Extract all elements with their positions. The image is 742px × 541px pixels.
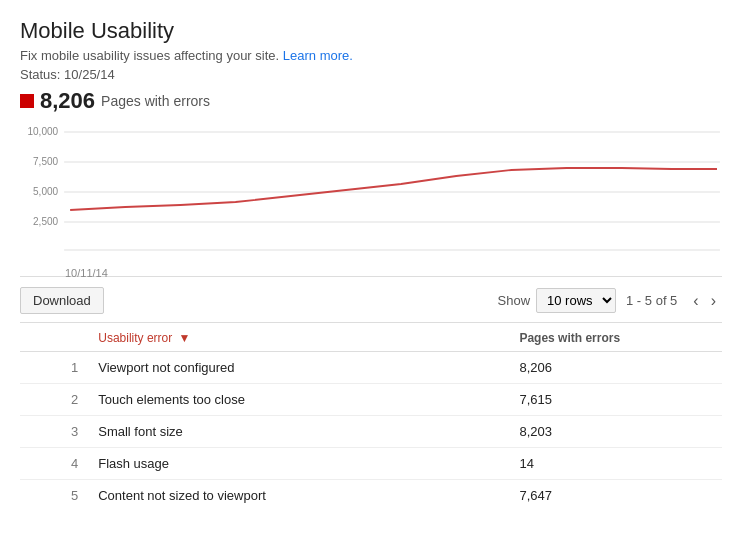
next-page-button[interactable]: › — [705, 290, 722, 312]
chart-svg: 10,000 7,500 5,000 2,500 — [20, 122, 722, 262]
row-pages: 8,203 — [511, 416, 722, 448]
col-num-header — [20, 323, 90, 352]
learn-more-link[interactable]: Learn more. — [283, 48, 353, 63]
show-label: Show — [498, 293, 531, 308]
col-error-label: Usability error — [98, 331, 172, 345]
usability-table: Usability error ▼ Pages with errors 1 Vi… — [20, 323, 722, 511]
page-title: Mobile Usability — [20, 18, 722, 44]
table-row: 4 Flash usage 14 — [20, 448, 722, 480]
error-count: 8,206 — [40, 88, 95, 114]
table-row: 5 Content not sized to viewport 7,647 — [20, 480, 722, 512]
svg-text:7,500: 7,500 — [33, 156, 58, 167]
row-error: Flash usage — [90, 448, 511, 480]
download-button[interactable]: Download — [20, 287, 104, 314]
svg-text:10,000: 10,000 — [27, 126, 58, 137]
row-num: 5 — [20, 480, 90, 512]
row-error: Viewport not configured — [90, 352, 511, 384]
row-pages: 8,206 — [511, 352, 722, 384]
error-description: Pages with errors — [101, 93, 210, 109]
rows-select[interactable]: 10 rows 25 rows 50 rows — [536, 288, 616, 313]
status-line: Status: 10/25/14 — [20, 67, 722, 82]
row-pages: 7,647 — [511, 480, 722, 512]
row-num: 3 — [20, 416, 90, 448]
svg-text:5,000: 5,000 — [33, 186, 58, 197]
row-error: Touch elements too close — [90, 384, 511, 416]
row-pages: 14 — [511, 448, 722, 480]
chart-container: 10,000 7,500 5,000 2,500 10/11/14 — [20, 122, 722, 277]
row-num: 2 — [20, 384, 90, 416]
table-header-row: Usability error ▼ Pages with errors — [20, 323, 722, 352]
error-summary: 8,206 Pages with errors — [20, 88, 722, 114]
table-row: 2 Touch elements too close 7,615 — [20, 384, 722, 416]
row-pages: 7,615 — [511, 384, 722, 416]
table-body: 1 Viewport not configured 8,206 2 Touch … — [20, 352, 722, 512]
row-num: 1 — [20, 352, 90, 384]
subtitle-text: Fix mobile usability issues affecting yo… — [20, 48, 279, 63]
table-row: 1 Viewport not configured 8,206 — [20, 352, 722, 384]
toolbar: Download Show 10 rows 25 rows 50 rows 1 … — [20, 277, 722, 323]
table-row: 3 Small font size 8,203 — [20, 416, 722, 448]
row-error: Content not sized to viewport — [90, 480, 511, 512]
chart-x-label: 10/11/14 — [20, 265, 722, 279]
col-pages-header: Pages with errors — [511, 323, 722, 352]
svg-text:2,500: 2,500 — [33, 216, 58, 227]
row-error: Small font size — [90, 416, 511, 448]
sort-arrow-icon: ▼ — [179, 331, 191, 345]
row-num: 4 — [20, 448, 90, 480]
page-container: Mobile Usability Fix mobile usability is… — [0, 0, 742, 521]
pagination-info: 1 - 5 of 5 — [626, 293, 677, 308]
subtitle: Fix mobile usability issues affecting yo… — [20, 48, 722, 63]
error-color-indicator — [20, 94, 34, 108]
col-error-header: Usability error ▼ — [90, 323, 511, 352]
prev-page-button[interactable]: ‹ — [687, 290, 704, 312]
